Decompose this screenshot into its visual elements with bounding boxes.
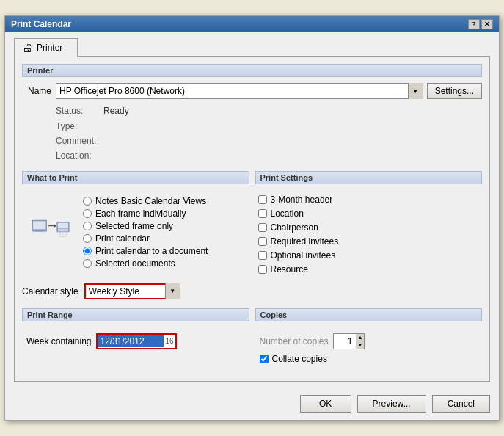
- cb-resource[interactable]: [258, 265, 267, 274]
- title-bar: Print Calendar ? ✕: [5, 16, 499, 32]
- comment-row: Comment:: [56, 134, 482, 148]
- settings-button[interactable]: Settings...: [427, 83, 482, 99]
- radio-print-to-doc[interactable]: [83, 247, 92, 255]
- svg-rect-1: [33, 221, 45, 229]
- svg-rect-2: [35, 230, 43, 231]
- printer-tab-label: Printer: [37, 43, 62, 53]
- svg-marker-4: [54, 224, 56, 228]
- week-containing-label: Week containing: [26, 336, 92, 346]
- cancel-button[interactable]: Cancel: [432, 395, 490, 413]
- cb-location[interactable]: [258, 209, 267, 218]
- status-label: Status:: [56, 103, 103, 118]
- location-row: Location:: [56, 148, 482, 163]
- type-label: Type:: [56, 119, 103, 134]
- radio-each-frame[interactable]: [83, 209, 92, 218]
- cb-chairperson[interactable]: [258, 223, 267, 232]
- radio-row-2: Selected frame only: [83, 221, 208, 231]
- copies-inner: Number of copies ▲ ▼ Collate: [255, 327, 483, 374]
- print-settings-inner: 3-Month header Location Chairperson: [255, 190, 483, 283]
- calendar-style-select[interactable]: Weekly Style Daily Style Monthly Style: [84, 283, 180, 299]
- radio-selected-frame[interactable]: [83, 222, 92, 230]
- printer-select[interactable]: HP Officejet Pro 8600 (Network): [56, 83, 423, 99]
- svg-rect-7: [58, 228, 68, 231]
- cb-3month-label: 3-Month header: [271, 195, 333, 205]
- printer-info: Status: Ready Type: Comment: Location:: [56, 103, 482, 164]
- print-settings-label: Print Settings: [255, 171, 483, 184]
- comment-label: Comment:: [56, 134, 103, 148]
- print-settings-section: Print Settings 3-Month header Location: [255, 171, 483, 302]
- cb-row-3: Required invitees: [258, 236, 480, 247]
- printer-section-label: Printer: [22, 64, 482, 77]
- dialog-content: 🖨 Printer Printer Name HP Officejet Pro …: [5, 32, 499, 389]
- calendar-style-row: Calendar style Weekly Style Daily Style …: [22, 280, 249, 302]
- print-range-label: Print Range: [22, 308, 249, 321]
- printer-name-row: Name HP Officejet Pro 8600 (Network) ▼ S…: [22, 83, 482, 99]
- name-label: Name: [22, 86, 51, 96]
- radio-options: Notes Basic Calendar Views Each frame in…: [83, 195, 208, 269]
- ok-button[interactable]: OK: [300, 395, 351, 413]
- radio-selected-docs[interactable]: [83, 259, 92, 268]
- radio-print-calendar-label: Print calendar: [95, 233, 150, 244]
- what-to-print-inner: Notes Basic Calendar Views Each frame in…: [22, 190, 249, 273]
- cb-optional-invitees-label: Optional invitees: [271, 250, 336, 261]
- copies-label: Copies: [255, 308, 483, 321]
- close-button[interactable]: ✕: [481, 19, 493, 29]
- svg-rect-6: [58, 222, 68, 227]
- range-inner: Week containing 16: [22, 327, 249, 355]
- printer-graphic: [25, 195, 77, 269]
- location-label: Location:: [56, 148, 103, 163]
- printer-select-wrap: HP Officejet Pro 8600 (Network) ▼: [56, 83, 423, 99]
- date-input[interactable]: [98, 335, 164, 347]
- spin-buttons: ▲ ▼: [356, 334, 365, 349]
- radio-row-1: Each frame individually: [83, 208, 208, 219]
- radio-each-frame-label: Each frame individually: [95, 208, 186, 219]
- radio-row-3: Print calendar: [83, 233, 208, 244]
- cb-required-invitees-label: Required invitees: [271, 236, 339, 247]
- print-range-section: Print Range Week containing 16: [22, 308, 249, 374]
- radio-selected-frame-label: Selected frame only: [95, 221, 173, 231]
- radio-row-4: Print calendar to a document: [83, 246, 208, 256]
- cb-row-0: 3-Month header: [258, 195, 480, 205]
- radio-print-to-doc-label: Print calendar to a document: [95, 246, 208, 256]
- bottom-columns: Print Range Week containing 16 Copies: [22, 308, 482, 374]
- cb-optional-invitees[interactable]: [258, 251, 267, 260]
- cb-row-2: Chairperson: [258, 222, 480, 233]
- cb-row-4: Optional invitees: [258, 250, 480, 261]
- collate-row: Collate copies: [260, 354, 478, 364]
- cb-required-invitees[interactable]: [258, 237, 267, 246]
- dialog-title: Print Calendar: [11, 19, 71, 29]
- help-button[interactable]: ?: [468, 19, 480, 29]
- spin-up-button[interactable]: ▲: [357, 334, 365, 341]
- printer-illustration: [31, 215, 71, 248]
- copies-input[interactable]: [334, 335, 356, 347]
- radio-notes-basic[interactable]: [83, 197, 92, 206]
- middle-columns: What to Print: [22, 171, 482, 302]
- cb-collate[interactable]: [260, 355, 269, 363]
- printer-tab-icon: 🖨: [22, 42, 32, 54]
- radio-notes-basic-label: Notes Basic Calendar Views: [95, 196, 206, 206]
- tab-content: Printer Name HP Officejet Pro 8600 (Netw…: [14, 56, 490, 382]
- status-value: Ready: [103, 103, 129, 118]
- copies-section: Copies Number of copies ▲ ▼: [255, 308, 483, 374]
- spin-down-button[interactable]: ▼: [357, 341, 365, 349]
- cb-chairperson-label: Chairperson: [271, 222, 318, 233]
- calendar-style-wrap: Weekly Style Daily Style Monthly Style ▼: [84, 283, 180, 299]
- radio-row-0: Notes Basic Calendar Views: [83, 196, 208, 206]
- cb-row-5: Resource: [258, 264, 480, 275]
- num-copies-label: Number of copies: [260, 336, 329, 346]
- what-to-print-label: What to Print: [22, 171, 249, 184]
- tab-bar: 🖨 Printer: [14, 38, 490, 57]
- date-spin-value: 16: [164, 335, 175, 348]
- radio-print-calendar[interactable]: [83, 234, 92, 243]
- dialog-buttons: OK Preview... Cancel: [5, 389, 499, 420]
- cb-3month[interactable]: [258, 195, 267, 204]
- radio-selected-docs-label: Selected documents: [95, 258, 175, 269]
- what-to-print-section: What to Print: [22, 171, 249, 302]
- date-input-wrap: 16: [96, 333, 177, 349]
- radio-row-5: Selected documents: [83, 258, 208, 269]
- printer-tab[interactable]: 🖨 Printer: [14, 38, 78, 57]
- copies-input-wrap: ▲ ▼: [333, 333, 365, 349]
- cb-row-1: Location: [258, 208, 480, 219]
- preview-button[interactable]: Preview...: [357, 395, 426, 413]
- status-row: Status: Ready: [56, 103, 482, 118]
